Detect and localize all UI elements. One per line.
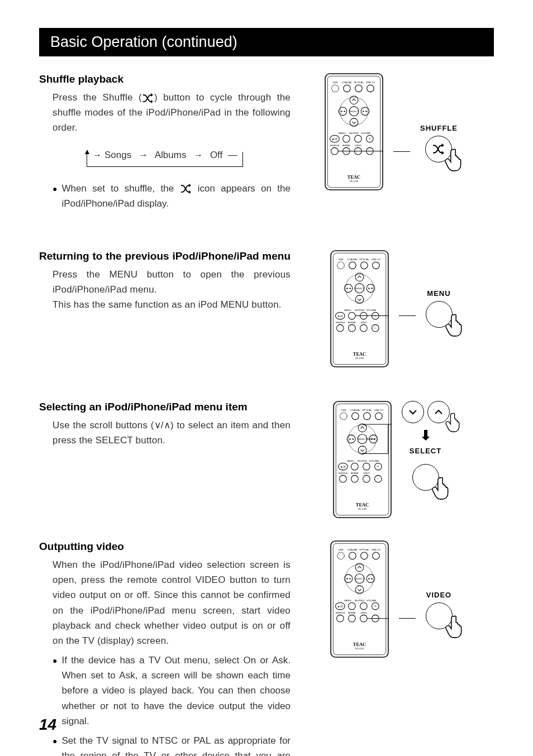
menu-callout-label: MENU	[427, 289, 450, 298]
outputting-bullet2: ● Set the TV signal to NTSC or PAL as ap…	[53, 733, 291, 756]
video-callout-button	[426, 602, 453, 629]
outputting-heading: Outputting video	[39, 540, 291, 553]
selecting-para: Use the scroll buttons (∨/∧) to select a…	[53, 418, 291, 448]
shuffle-callout-label: SHUFFLE	[420, 124, 458, 132]
hand-icon	[443, 314, 464, 337]
shuffle-icon	[180, 184, 192, 194]
section-shuffle: Shuffle playback Press the Shuffle () bu…	[39, 73, 494, 211]
shuffle-cycle-diagram: → Songs → Albums → Off —	[87, 150, 243, 167]
section-outputting: Outputting video When the iPod/iPhone/iP…	[39, 540, 494, 756]
remote-diagram	[333, 401, 392, 518]
hand-icon	[444, 413, 461, 433]
returning-heading: Returning to the previous iPod/iPhone/iP…	[39, 250, 291, 262]
selecting-heading: Selecting an iPod/iPhone/iPad menu item	[39, 401, 291, 413]
returning-para1: Press the MENU button to open the previo…	[53, 267, 291, 297]
menu-callout-button	[426, 301, 453, 328]
section-returning: Returning to the previous iPod/iPhone/iP…	[39, 250, 494, 367]
video-callout-label: VIDEO	[426, 591, 451, 599]
down-arrow-icon	[421, 429, 431, 441]
select-callout-button	[412, 464, 439, 491]
outputting-bullet1: ● If the device has a TV Out menu, selec…	[53, 653, 291, 729]
scroll-down-button	[402, 401, 424, 423]
section-selecting: Selecting an iPod/iPhone/iPad menu item …	[39, 401, 494, 518]
outputting-para: When the iPod/iPhone/iPad video selectio…	[53, 557, 291, 648]
shuffle-bullet: ● When set to shuffle, the icon appears …	[53, 181, 291, 211]
shuffle-icon	[142, 93, 154, 103]
remote-diagram	[330, 540, 389, 658]
returning-para2: This has the same function as an iPod ME…	[53, 297, 291, 312]
shuffle-heading: Shuffle playback	[39, 73, 291, 85]
hand-icon	[443, 615, 464, 639]
select-callout-label: SELECT	[410, 447, 441, 455]
hand-icon	[442, 149, 464, 172]
shuffle-para: Press the Shuffle () button to cycle thr…	[53, 90, 291, 136]
remote-diagram	[325, 73, 383, 190]
hand-icon	[430, 477, 451, 500]
page-number: 14	[39, 716, 56, 734]
page-banner: Basic Operation (continued)	[39, 28, 494, 56]
scroll-up-button	[427, 401, 450, 423]
shuffle-callout-button	[425, 136, 452, 162]
remote-diagram	[330, 250, 389, 367]
